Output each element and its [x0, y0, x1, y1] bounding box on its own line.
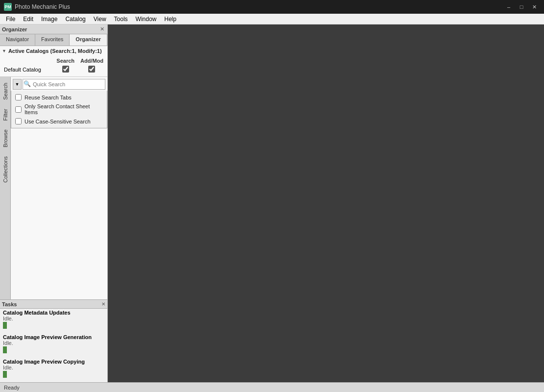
title-bar: PM Photo Mechanic Plus – □ ✕ [0, 0, 544, 14]
reuse-tabs-checkbox[interactable] [15, 94, 22, 100]
tabs-row: Navigator Favorites Organizer [0, 34, 107, 46]
title-bar-controls: – □ ✕ [503, 2, 540, 11]
col-label-header [2, 57, 52, 65]
catalog-search-checkbox[interactable] [62, 66, 69, 73]
main-layout: Organizer ✕ Navigator Favorites Organize… [0, 24, 544, 382]
col-addmod-header: Add/Mod [78, 57, 105, 65]
catalog-header: ▼ Active Catalogs (Search:1, Modify:1) [2, 48, 105, 54]
search-dropdown-menu: Reuse Search Tabs Only Search Contact Sh… [11, 91, 107, 128]
task-preview-copy: Catalog Image Preview Copying Idle. [0, 358, 107, 382]
tab-favorites[interactable]: Favorites [35, 34, 70, 46]
close-button[interactable]: ✕ [528, 2, 540, 11]
menu-bar: File Edit Image Catalog View Tools Windo… [0, 14, 544, 24]
status-text: Ready [4, 385, 20, 391]
title-bar-left: PM Photo Mechanic Plus [4, 3, 70, 11]
contact-sheet-checkbox[interactable] [15, 106, 22, 113]
tasks-close-button[interactable]: ✕ [101, 301, 105, 307]
catalog-section-title: Active Catalogs (Search:1, Modify:1) [8, 48, 102, 54]
search-dropdown-button[interactable]: ▼ [13, 79, 22, 90]
left-panel: Organizer ✕ Navigator Favorites Organize… [0, 24, 108, 382]
tasks-title: Tasks [2, 301, 17, 307]
task-preview-copy-name: Catalog Image Preview Copying [3, 359, 104, 365]
app-icon: PM [4, 3, 12, 11]
task-preview-gen-progress [3, 346, 7, 353]
main-content-area [108, 24, 544, 382]
menu-image[interactable]: Image [37, 15, 61, 24]
catalog-section: ▼ Active Catalogs (Search:1, Modify:1) S… [0, 46, 107, 77]
task-metadata: Catalog Metadata Updates Idle. [0, 309, 107, 333]
catalog-label: Default Catalog [2, 65, 52, 74]
task-metadata-progress [3, 322, 7, 329]
task-preview-copy-status: Idle. [3, 365, 104, 370]
task-preview-gen-status: Idle. [3, 340, 104, 346]
vtab-browse[interactable]: Browse [1, 125, 10, 151]
catalog-addmod-checkbox[interactable] [88, 66, 95, 73]
case-sensitive-label: Use Case-Sensitive Search [25, 119, 91, 124]
table-row: Default Catalog [2, 65, 105, 74]
search-input-row: ▼ 🔍 [11, 77, 107, 91]
tasks-panel: Tasks ✕ Catalog Metadata Updates Idle. C… [0, 299, 107, 382]
catalog-search-check-cell [52, 65, 78, 74]
task-metadata-status: Idle. [3, 316, 104, 321]
vtab-collections[interactable]: Collections [1, 152, 10, 187]
menu-file[interactable]: File [2, 15, 19, 24]
reuse-tabs-label: Reuse Search Tabs [25, 95, 72, 100]
organizer-title: Organizer [2, 26, 27, 32]
task-preview-copy-progress [3, 371, 7, 378]
organizer-close-button[interactable]: ✕ [99, 26, 105, 33]
menu-tools[interactable]: Tools [110, 15, 132, 24]
tab-organizer[interactable]: Organizer [70, 34, 107, 46]
vtab-search[interactable]: Search [1, 79, 10, 104]
menu-window[interactable]: Window [132, 15, 161, 24]
menu-view[interactable]: View [90, 15, 110, 24]
col-search-header: Search [52, 57, 78, 65]
menu-help[interactable]: Help [160, 15, 180, 24]
tab-navigator[interactable]: Navigator [0, 34, 35, 46]
vertical-tabs: Search Filter Browse Collections [0, 77, 11, 299]
dropdown-item-contact-sheet[interactable]: Only Search Contact Sheet Items [11, 102, 107, 117]
window-title: Photo Mechanic Plus [15, 3, 70, 10]
case-sensitive-checkbox[interactable] [15, 118, 22, 124]
contact-sheet-label: Only Search Contact Sheet Items [25, 103, 103, 115]
catalog-table: Search Add/Mod Default Catalog [2, 57, 105, 74]
task-preview-gen: Catalog Image Preview Generation Idle. [0, 333, 107, 358]
organizer-header: Organizer ✕ [0, 24, 107, 34]
minimize-button[interactable]: – [503, 2, 515, 11]
panel-content-area: Search Filter Browse Collections ▼ 🔍 Reu… [0, 77, 107, 299]
catalog-addmod-check-cell [78, 65, 105, 74]
menu-catalog[interactable]: Catalog [61, 15, 89, 24]
vtab-filter[interactable]: Filter [1, 105, 10, 124]
search-panel: ▼ 🔍 Reuse Search Tabs Only Search Contac… [11, 77, 107, 299]
tasks-header: Tasks ✕ [0, 300, 107, 309]
search-input[interactable] [23, 79, 105, 90]
menu-edit[interactable]: Edit [19, 15, 37, 24]
task-metadata-name: Catalog Metadata Updates [3, 310, 104, 316]
dropdown-item-case-sensitive[interactable]: Use Case-Sensitive Search [11, 117, 107, 126]
maximize-button[interactable]: □ [516, 2, 527, 11]
dropdown-item-reuse-tabs[interactable]: Reuse Search Tabs [11, 93, 107, 102]
collapse-triangle[interactable]: ▼ [2, 49, 6, 53]
task-preview-gen-name: Catalog Image Preview Generation [3, 334, 104, 340]
status-bar: Ready [0, 382, 544, 392]
